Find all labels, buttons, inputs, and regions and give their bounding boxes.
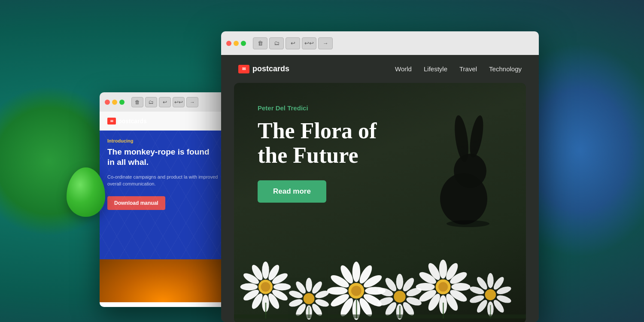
reply-button-front[interactable]: ↩: [286, 37, 300, 49]
nav-link-lifestyle[interactable]: Lifestyle: [424, 65, 447, 73]
intro-label: Introducing: [107, 138, 219, 143]
minimize-button-front[interactable]: [234, 41, 239, 46]
logo-icon-back: ✉: [107, 118, 116, 125]
svg-point-69: [487, 273, 494, 288]
reply-all-button[interactable]: ↩↩: [173, 97, 185, 107]
titlebar-back: 🗑 🗂 ↩ ↩↩ →: [100, 92, 226, 112]
hero-section: Peter Del Tredici The Flora of the Futur…: [234, 83, 526, 322]
email-subtext-back: Co-ordinate campaigns and product la wit…: [107, 173, 219, 188]
email-window-front: 🗑 🗂 ↩ ↩↩ → ✉ postcards World Lifestyle T…: [221, 31, 539, 322]
maximize-button-front[interactable]: [241, 41, 246, 46]
logo-text-back: postcards: [118, 118, 147, 125]
svg-point-58: [451, 283, 470, 291]
svg-point-55: [439, 260, 447, 279]
email-window-back: 🗑 🗂 ↩ ↩↩ → ✉ postcards Introducing The m…: [100, 92, 226, 307]
toolbar-front: 🗑 🗂 ↩ ↩↩ →: [253, 37, 333, 49]
traffic-lights-back: [105, 100, 125, 105]
svg-point-79: [485, 289, 496, 301]
svg-point-64: [416, 283, 435, 291]
hero-title: The Flora of the Future: [258, 118, 502, 167]
lantern-photo: [100, 259, 226, 302]
titlebar-front: 🗑 🗂 ↩ ↩↩ →: [221, 31, 539, 55]
download-manual-button[interactable]: Download manual: [107, 196, 165, 210]
nav-links: World Lifestyle Travel Technology: [395, 65, 522, 73]
read-more-button[interactable]: Read more: [258, 180, 326, 203]
close-button[interactable]: [105, 100, 110, 105]
traffic-lights-front: [226, 41, 246, 46]
svg-point-54: [394, 291, 406, 303]
svg-point-30: [352, 261, 360, 282]
svg-point-18: [261, 282, 270, 292]
author-name: Peter Del Tredici: [258, 104, 502, 112]
reply-all-button-front[interactable]: ↩↩: [302, 37, 316, 49]
delete-button[interactable]: 🗑: [131, 97, 143, 107]
postcards-logo-front: ✉ postcards: [238, 64, 289, 73]
close-button-front[interactable]: [226, 41, 231, 46]
email-content-front: ✉ postcards World Lifestyle Travel Techn…: [221, 55, 539, 322]
postcards-logo-back: ✉ postcards: [107, 118, 147, 125]
email-blue-section: Introducing The monkey-rope is found in …: [100, 131, 226, 259]
svg-rect-86: [234, 314, 526, 318]
toolbar-back: 🗑 🗂 ↩ ↩↩ →: [131, 97, 198, 107]
svg-point-29: [304, 293, 315, 304]
logo-icon-front: ✉: [238, 65, 249, 73]
nav-link-technology[interactable]: Technology: [489, 65, 522, 73]
minimize-button[interactable]: [112, 100, 117, 105]
archive-button[interactable]: 🗂: [145, 97, 157, 107]
email-nav-front: ✉ postcards World Lifestyle Travel Techn…: [221, 55, 539, 83]
forward-button-front[interactable]: →: [318, 37, 333, 49]
forward-button[interactable]: →: [186, 97, 198, 107]
svg-point-39: [327, 287, 348, 295]
svg-point-8: [273, 283, 291, 291]
svg-point-44: [396, 274, 404, 290]
svg-point-5: [262, 261, 269, 279]
email-content-back: ✉ postcards Introducing The monkey-rope …: [100, 112, 226, 307]
nav-link-world[interactable]: World: [395, 65, 412, 73]
hero-text-overlay: Peter Del Tredici The Flora of the Futur…: [234, 83, 526, 224]
email-photo-back: [100, 259, 226, 302]
svg-point-68: [438, 282, 448, 292]
archive-button-front[interactable]: 🗂: [269, 37, 284, 49]
maximize-button[interactable]: [119, 100, 125, 105]
svg-point-19: [306, 278, 312, 292]
svg-point-14: [240, 283, 258, 291]
logo-text-front: postcards: [252, 64, 289, 73]
email-headline-back: The monkey-rope is found in all whal.: [107, 147, 219, 167]
hero-title-line2: the Future: [258, 143, 358, 167]
hero-title-line1: The Flora of: [258, 118, 377, 143]
delete-button-front[interactable]: 🗑: [253, 37, 267, 49]
svg-point-43: [351, 286, 361, 296]
reply-button[interactable]: ↩: [159, 97, 171, 107]
nav-link-travel[interactable]: Travel: [459, 65, 477, 73]
